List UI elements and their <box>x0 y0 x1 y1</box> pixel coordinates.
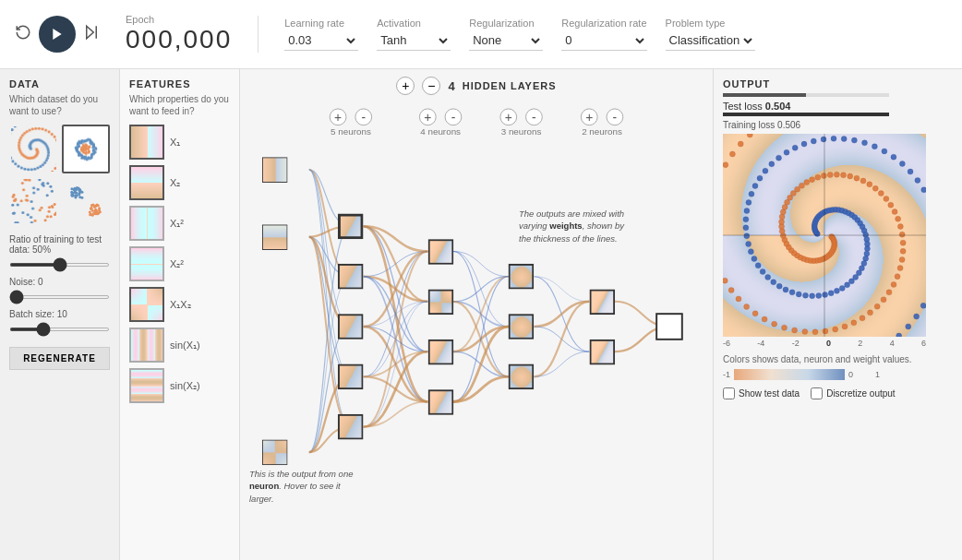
test-loss-bar-bg <box>723 93 889 97</box>
colorbar <box>734 369 845 380</box>
step-button[interactable] <box>83 24 100 44</box>
svg-text:4 neurons: 4 neurons <box>420 126 461 137</box>
feature-x2sq-label: X₂² <box>170 258 184 270</box>
svg-marker-0 <box>53 29 61 40</box>
test-loss-text: Test loss 0.504 <box>723 101 953 112</box>
epoch-label: Epoch <box>126 14 232 25</box>
show-test-checkbox[interactable] <box>723 387 735 399</box>
svg-text:3 neurons: 3 neurons <box>501 126 542 137</box>
feature-sinx2-box <box>129 368 164 403</box>
svg-text:5 neurons: 5 neurons <box>331 126 371 137</box>
svg-marker-1 <box>87 26 94 39</box>
train-loss-text: Training loss 0.506 <box>723 120 953 130</box>
colorbar-max: 1 <box>875 370 880 379</box>
remove-layer-button[interactable]: − <box>422 77 440 95</box>
learning-rate-select[interactable]: 0.030.010.10.31 <box>284 30 358 51</box>
feature-x2-label: X₂ <box>170 177 180 189</box>
colorbar-min: -1 <box>723 370 730 379</box>
activation-select[interactable]: TanhReLUSigmoidLinear <box>377 30 451 51</box>
dataset-grid <box>9 125 110 225</box>
reset-button[interactable] <box>15 24 31 44</box>
reg-rate-section: Regularization rate 00.0010.0030.01 <box>561 18 646 51</box>
feature-sinx1-label: sin(X₁) <box>170 340 200 351</box>
features-title: FEATURES <box>129 78 230 89</box>
network-header: + − 4 HIDDEN LAYERS <box>247 77 705 95</box>
test-loss-bar <box>723 93 806 97</box>
show-test-text: Show test data <box>739 388 800 399</box>
svg-rect-23 <box>656 314 682 340</box>
play-button[interactable] <box>39 16 76 53</box>
ratio-slider[interactable] <box>9 263 110 267</box>
feature-x1x2-box <box>129 287 164 322</box>
regularization-label: Regularization <box>469 18 543 29</box>
loss-section: Test loss 0.504 Training loss 0.506 <box>723 93 953 130</box>
dataset-xor[interactable] <box>9 177 58 226</box>
colorbar-mid: 0 <box>848 370 853 379</box>
feature-x1-label: X₁ <box>170 137 180 149</box>
dataset-spiral[interactable] <box>9 125 58 173</box>
features-panel: FEATURES Which properties do you want to… <box>120 69 240 560</box>
ratio-section: Ratio of training to test data: 50% <box>9 234 110 269</box>
hidden-layers-title: HIDDEN LAYERS <box>463 80 557 91</box>
header-divider <box>258 16 259 53</box>
learning-rate-section: Learning rate 0.030.010.10.31 <box>284 18 358 51</box>
annotation-weights: The outputs are mixed with varying weigh… <box>519 208 630 244</box>
feature-sinx2[interactable]: sin(X₂) <box>129 368 230 403</box>
layers-count: 4 <box>448 79 454 93</box>
noise-section: Noise: 0 <box>9 277 110 302</box>
noise-slider[interactable] <box>9 295 110 299</box>
epoch-value: 000,000 <box>126 25 232 54</box>
problem-type-section: Problem type ClassificationRegression <box>666 18 755 51</box>
regenerate-button[interactable]: REGENERATE <box>9 347 110 370</box>
batch-slider[interactable] <box>9 328 110 331</box>
test-loss-value: 0.504 <box>765 101 791 112</box>
svg-text:2 neurons: 2 neurons <box>582 126 622 137</box>
feature-x1sq-box <box>129 206 164 241</box>
svg-text:+: + <box>334 110 342 125</box>
feature-x1x2[interactable]: X₁X₂ <box>129 287 230 322</box>
regularization-section: Regularization NoneL1L2 <box>469 18 543 51</box>
data-title: DATA <box>9 78 110 89</box>
activation-label: Activation <box>377 18 451 29</box>
svg-text:-: - <box>532 110 536 125</box>
feature-sinx1-box <box>129 328 164 363</box>
playback-controls <box>15 16 100 53</box>
colorbar-row: -1 0 1 <box>723 369 953 380</box>
feature-x2sq[interactable]: X₂² <box>129 246 230 281</box>
feature-x1x2-label: X₁X₂ <box>170 299 191 311</box>
data-panel: DATA Which dataset do you want to use? R… <box>0 69 120 560</box>
main-content: DATA Which dataset do you want to use? R… <box>0 69 962 560</box>
add-layer-button[interactable]: + <box>396 77 415 95</box>
reg-rate-select[interactable]: 00.0010.0030.01 <box>561 30 646 51</box>
feature-sinx1[interactable]: sin(X₁) <box>129 328 230 363</box>
epoch-section: Epoch 000,000 <box>126 14 232 54</box>
test-loss-label: Test loss <box>723 101 763 112</box>
svg-text:+: + <box>505 110 512 125</box>
activation-section: Activation TanhReLUSigmoidLinear <box>377 18 451 51</box>
annotation-neuron: This is the output from one neuron. Hove… <box>249 468 360 505</box>
colorbar-desc: Colors shows data, neuron and weight val… <box>723 353 953 365</box>
feature-x1sq-label: X₁² <box>170 218 184 230</box>
problem-type-label: Problem type <box>666 18 755 29</box>
svg-text:-: - <box>361 110 366 125</box>
problem-type-select[interactable]: ClassificationRegression <box>666 30 755 51</box>
discretize-label[interactable]: Discretize output <box>811 387 895 399</box>
feature-x1[interactable]: X₁ <box>129 125 230 160</box>
train-loss-label: Training loss <box>723 120 775 130</box>
dataset-gaussian[interactable] <box>62 177 111 226</box>
noise-label: Noise: 0 <box>9 277 110 287</box>
colorbar-section: Colors shows data, neuron and weight val… <box>723 353 953 380</box>
batch-label: Batch size: 10 <box>9 309 110 319</box>
feature-x2[interactable]: X₂ <box>129 165 230 200</box>
regularization-select[interactable]: NoneL1L2 <box>469 30 543 51</box>
output-viz-container: 6 4 2 0 -2 -4 -6 -6 -4 -2 0 2 4 6 <box>723 134 953 348</box>
dataset-circle[interactable] <box>62 125 111 173</box>
train-loss-value: 0.506 <box>777 120 800 130</box>
learning-rate-label: Learning rate <box>284 18 358 29</box>
feature-x1sq[interactable]: X₁² <box>129 206 230 241</box>
discretize-checkbox[interactable] <box>811 387 823 399</box>
feature-x1-box <box>129 125 164 160</box>
svg-text:-: - <box>613 110 618 125</box>
show-test-label[interactable]: Show test data <box>723 387 800 399</box>
features-subtitle: Which properties do you want to feed in? <box>129 93 230 117</box>
